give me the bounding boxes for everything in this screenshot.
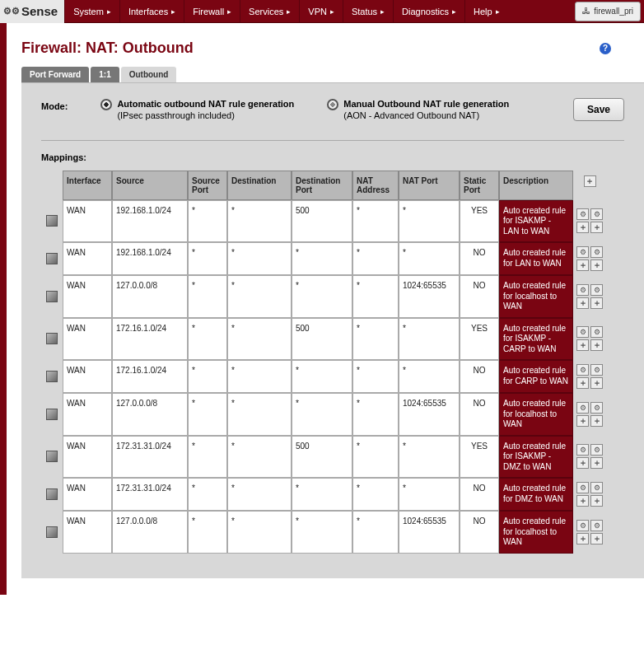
insert-rule-below-button[interactable] (590, 377, 603, 389)
column-header: Description (499, 171, 573, 200)
table-cell: * (188, 436, 227, 479)
table-cell: * (399, 318, 460, 361)
table-cell: 172.31.31.0/24 (112, 436, 188, 479)
insert-rule-button[interactable] (576, 339, 589, 351)
clone-rule-button[interactable] (590, 208, 603, 220)
mode-label: Mode: (41, 98, 68, 111)
row-select[interactable] (41, 242, 63, 275)
checkbox-icon (46, 333, 58, 344)
clone-rule-button[interactable] (590, 482, 603, 493)
insert-rule-button[interactable] (576, 457, 589, 469)
checkbox-icon (46, 215, 58, 227)
tab-port-forward[interactable]: Port Forward (21, 67, 89, 82)
edit-rule-button[interactable] (576, 284, 589, 296)
insert-rule-button[interactable] (576, 415, 589, 427)
edit-rule-button[interactable] (576, 364, 589, 376)
clone-rule-button[interactable] (590, 326, 603, 338)
edit-rule-button[interactable] (576, 402, 589, 414)
clone-rule-button[interactable] (590, 364, 603, 376)
insert-rule-below-button[interactable] (590, 222, 603, 233)
chevron-right-icon: ▸ (380, 7, 385, 16)
insert-rule-below-button[interactable] (590, 457, 603, 469)
insert-rule-below-button[interactable] (590, 259, 603, 271)
table-cell: * (188, 478, 227, 511)
table-cell: 500 (292, 318, 352, 361)
table-cell: * (188, 318, 227, 361)
tab-outbound[interactable]: Outbound (121, 67, 177, 82)
row-select[interactable] (41, 436, 63, 479)
insert-rule-below-button[interactable] (590, 415, 603, 427)
menu-item-diagnostics[interactable]: Diagnostics▸ (393, 0, 464, 22)
mode-auto-title: Automatic outbound NAT rule generation (117, 99, 294, 109)
row-select[interactable] (41, 200, 63, 243)
table-cell: WAN (63, 436, 112, 479)
save-button[interactable]: Save (573, 98, 624, 121)
top-menu-bar: ⚙⚙ Sense System▸Interfaces▸Firewall▸Serv… (0, 0, 644, 23)
menu-item-system[interactable]: System▸ (64, 0, 119, 22)
table-cell: 1024:65535 (399, 511, 460, 554)
insert-rule-below-button[interactable] (590, 495, 603, 507)
insert-rule-button[interactable] (576, 222, 589, 233)
table-cell: NO (460, 393, 499, 436)
insert-rule-below-button[interactable] (590, 339, 603, 351)
mode-manual-option[interactable]: Manual Outbound NAT rule generation (AON… (327, 98, 509, 122)
row-actions (573, 242, 606, 275)
menu-item-services[interactable]: Services▸ (240, 0, 299, 22)
insert-rule-button[interactable] (576, 533, 589, 545)
add-rule-button[interactable] (584, 175, 596, 187)
menu-item-firewall[interactable]: Firewall▸ (184, 0, 240, 22)
table-cell: * (292, 393, 352, 436)
table-cell: * (227, 393, 292, 436)
row-select[interactable] (41, 360, 63, 393)
table-cell: YES (460, 200, 499, 243)
clone-rule-button[interactable] (590, 246, 603, 258)
row-select[interactable] (41, 318, 63, 361)
table-cell: WAN (63, 360, 112, 393)
table-cell: WAN (63, 275, 112, 318)
menu-item-status[interactable]: Status▸ (343, 0, 393, 22)
menu-label: Status (352, 7, 377, 16)
description-cell: Auto created rule for DMZ to WAN (499, 478, 573, 511)
menu-label: System (73, 7, 104, 16)
row-select[interactable] (41, 275, 63, 318)
menu-item-vpn[interactable]: VPN▸ (299, 0, 343, 22)
edit-rule-button[interactable] (576, 326, 589, 338)
edit-rule-button[interactable] (576, 520, 589, 531)
checkbox-icon (46, 371, 58, 382)
chevron-right-icon: ▸ (330, 7, 334, 16)
description-cell: Auto created rule for ISAKMP - CARP to W… (499, 318, 573, 361)
menu-label: VPN (308, 7, 327, 16)
table-cell: WAN (63, 478, 112, 511)
table-cell: * (292, 360, 352, 393)
insert-rule-button[interactable] (576, 377, 589, 389)
edit-rule-button[interactable] (576, 444, 589, 456)
tab-one-to-one[interactable]: 1:1 (91, 67, 119, 82)
brand-logo[interactable]: ⚙⚙ Sense (0, 0, 64, 23)
menu-item-interfaces[interactable]: Interfaces▸ (119, 0, 184, 22)
clone-rule-button[interactable] (590, 284, 603, 296)
insert-rule-button[interactable] (576, 297, 589, 309)
table-cell: * (292, 511, 352, 554)
mode-auto-option[interactable]: Automatic outbound NAT rule generation (… (100, 98, 294, 122)
row-select[interactable] (41, 478, 63, 511)
edit-rule-button[interactable] (576, 208, 589, 220)
insert-rule-button[interactable] (576, 495, 589, 507)
table-cell: * (399, 436, 460, 479)
active-process-pill[interactable]: 🖧 firewall_pri (575, 2, 641, 21)
menu-item-help[interactable]: Help▸ (464, 0, 508, 22)
clone-rule-button[interactable] (590, 402, 603, 414)
insert-rule-button[interactable] (576, 259, 589, 271)
edit-rule-button[interactable] (576, 246, 589, 258)
description-cell: Auto created rule for CARP to WAN (499, 360, 573, 393)
insert-rule-below-button[interactable] (590, 297, 603, 309)
row-select[interactable] (41, 511, 63, 554)
table-cell: WAN (63, 318, 112, 361)
help-icon[interactable]: ? (600, 43, 611, 54)
row-select[interactable] (41, 393, 63, 436)
clone-rule-button[interactable] (590, 520, 603, 531)
table-cell: * (227, 242, 292, 275)
edit-rule-button[interactable] (576, 482, 589, 493)
clone-rule-button[interactable] (590, 444, 603, 456)
process-label: firewall_pri (594, 7, 633, 16)
insert-rule-below-button[interactable] (590, 533, 603, 545)
